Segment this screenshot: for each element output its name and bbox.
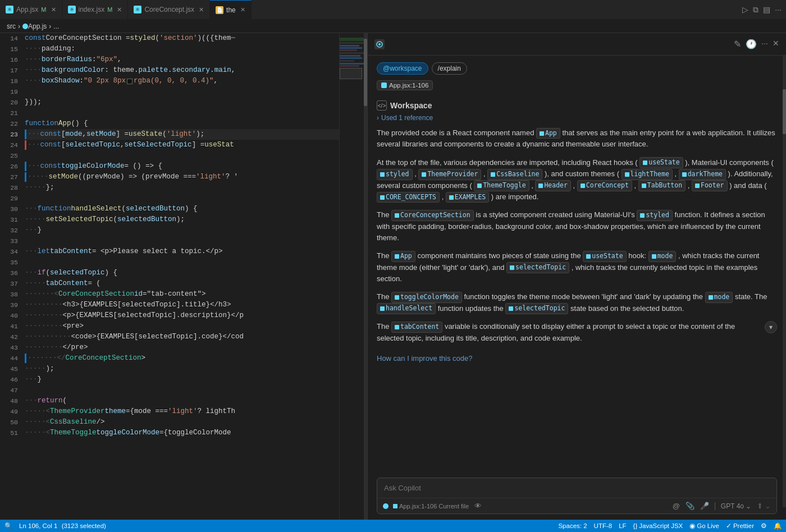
ask-input[interactable] (377, 478, 776, 498)
code-area[interactable]: 14 15 16 17 18 19 20 21 22 23 24 25 26 2… (0, 33, 367, 520)
code-editor: 14 15 16 17 18 19 20 21 22 23 24 25 26 2… (0, 33, 368, 520)
more-actions-icon[interactable]: ··· (775, 5, 782, 14)
search-icon[interactable]: 🔍 (4, 522, 12, 530)
code-line: ·······<CoreConceptSection id="tab-conte… (25, 289, 339, 300)
status-notifications[interactable]: 🔔 (774, 522, 782, 530)
copilot-content[interactable]: @workspace /explain App.jsx:1-106 </> Wo… (368, 56, 786, 478)
divider (715, 502, 715, 510)
run-icon[interactable]: ▷ (742, 5, 748, 14)
tab-close[interactable]: ✕ (199, 6, 204, 13)
code-line: ·········</pre> (25, 342, 339, 353)
tab-close[interactable]: ✕ (240, 6, 245, 13)
para-5: The toggleColorMode function toggles the… (377, 291, 777, 314)
para-3: The CoreConceptSection is a styled compo… (377, 209, 777, 244)
minimap (339, 33, 367, 520)
tab-badge-m: M (41, 6, 46, 13)
at-icon[interactable]: @ (673, 502, 680, 510)
code-line: ·····<ThemeProvider theme={mode === 'lig… (25, 406, 339, 417)
breadcrumb-more[interactable]: ... (53, 22, 59, 30)
status-settings[interactable]: ⚙ (761, 522, 767, 530)
tab-close[interactable]: ✕ (117, 6, 122, 13)
explain-tag[interactable]: /explain (432, 62, 467, 75)
status-live[interactable]: ◉ Go Live (689, 522, 719, 530)
status-spaces[interactable]: Spaces: 2 (558, 522, 587, 529)
copilot-icon (374, 39, 385, 49)
tab-index-jsx[interactable]: ⚛ index.jsx M ✕ (62, 0, 129, 20)
inline-code-selectedtopic: selectedTopic (506, 262, 569, 273)
para-6: The tabContent variable is conditionally… (377, 321, 760, 344)
split-editor-icon[interactable]: ⧉ (753, 5, 758, 15)
layout-icon[interactable]: ▤ (763, 5, 770, 14)
status-line-ending[interactable]: LF (619, 522, 626, 529)
tab-label: CoreConcept.jsx (144, 6, 194, 13)
file-badge[interactable]: App.jsx:1-106 (377, 80, 433, 90)
inline-code-mode2: mode (705, 292, 733, 303)
code-line (25, 86, 339, 97)
minimap-scrollbar[interactable] (364, 33, 367, 520)
mic-icon[interactable]: 🎤 (700, 502, 709, 510)
inline-code-lighttheme: lightTheme (622, 169, 673, 180)
ask-file-badge[interactable]: App.jsx:1-106 Current file (393, 503, 469, 510)
tab-the[interactable]: 📄 the ✕ (210, 0, 252, 20)
breadcrumb-src[interactable]: src (7, 22, 16, 30)
color-swatch (127, 79, 132, 84)
inline-code-selectedtopic2: selectedTopic (505, 303, 568, 314)
copilot-actions: ✎ 🕐 ··· ✕ (734, 39, 779, 49)
copilot-panel: ✎ 🕐 ··· ✕ @workspace /explain App.jsx:1-… (368, 33, 786, 520)
file-dot (393, 504, 397, 508)
gpt-selector[interactable]: GPT 4o ⌄ (721, 502, 751, 510)
tab-coreconcept-jsx[interactable]: ⚛ CoreConcept.jsx ✕ (128, 0, 210, 20)
code-line: })); (25, 97, 339, 108)
panel-scrollbar[interactable] (783, 56, 786, 507)
tab-label: the (226, 6, 236, 14)
code-content[interactable]: const CoreConceptSection = styled('secti… (22, 33, 339, 520)
ask-file-name: App.jsx:1-106 (399, 503, 437, 510)
chevron-right-icon: › (377, 114, 379, 122)
status-bar: 🔍 Ln 106, Col 1 (3123 selected) Spaces: … (0, 520, 786, 532)
radio-icon: ◉ (689, 522, 695, 530)
para-4: The App component maintains two pieces o… (377, 250, 777, 285)
attach-icon[interactable]: 📎 (686, 502, 694, 510)
code-line: ···} (25, 225, 339, 236)
inline-code-handleselect: handleSelect (377, 303, 436, 314)
eye-icon[interactable]: 👁 (474, 502, 482, 510)
yellow-icon: 📄 (216, 6, 223, 14)
new-chat-icon[interactable]: ✎ (734, 39, 741, 49)
workspace-tag[interactable]: @workspace (377, 62, 428, 75)
para-2: At the top of the file, various dependen… (377, 157, 777, 203)
status-position[interactable]: Ln 106, Col 1 (3123 selected) (19, 522, 106, 529)
inline-code-coreconcept: CoreConcept (577, 180, 632, 191)
scroll-down-btn[interactable]: ▾ (765, 321, 777, 333)
status-encoding[interactable]: UTF-8 (594, 522, 613, 529)
gpt-label: GPT 4o (721, 502, 744, 510)
svg-point-3 (378, 43, 381, 45)
code-line: ····backgroundColor: theme.palette.secon… (25, 65, 339, 76)
code-line: ·······</CoreConceptSection> (25, 353, 339, 364)
tab-close[interactable]: ✕ (51, 6, 56, 13)
breadcrumb-file[interactable]: App.js (28, 22, 47, 30)
code-line: ···const [selectedTopic, setSelectedTopi… (25, 140, 339, 150)
status-language[interactable]: {} JavaScript JSX (633, 522, 683, 529)
code-line (25, 257, 339, 268)
status-prettier[interactable]: ✓ Prettier (726, 522, 754, 530)
code-line (25, 236, 339, 246)
send-button[interactable]: ⬆ ⌄ (757, 502, 771, 510)
chevron-down-icon: ⌄ (746, 502, 751, 510)
code-line: function App() { (25, 118, 339, 129)
code-line: ·········<h3>{EXAMPLES[selectedTopic].ti… (25, 300, 339, 310)
inline-code-tabbutton: TabButton (638, 180, 686, 191)
tag-row: @workspace /explain (377, 62, 777, 75)
code-line: ···const [mode, setMode] = useState('lig… (25, 129, 339, 140)
more-icon[interactable]: ··· (761, 39, 768, 49)
used-ref-label: Used 1 reference (381, 114, 433, 122)
code-line: ···return ( (25, 396, 339, 406)
used-ref[interactable]: › Used 1 reference (377, 114, 777, 122)
tab-app-jsx[interactable]: ⚛ App.jsx M ✕ (0, 0, 62, 20)
close-panel-icon[interactable]: ✕ (773, 39, 779, 49)
how-improve-link[interactable]: How can I improve this code? (377, 354, 777, 363)
chat-history-icon[interactable]: 🕐 (746, 39, 757, 49)
code-line (25, 193, 339, 204)
code-line: ····borderRadius: "6px", (25, 54, 339, 65)
ask-box: App.jsx:1-106 Current file 👁 @ 📎 🎤 GPT 4… (377, 478, 777, 514)
file-badge-label: App.jsx:1-106 (389, 82, 428, 89)
